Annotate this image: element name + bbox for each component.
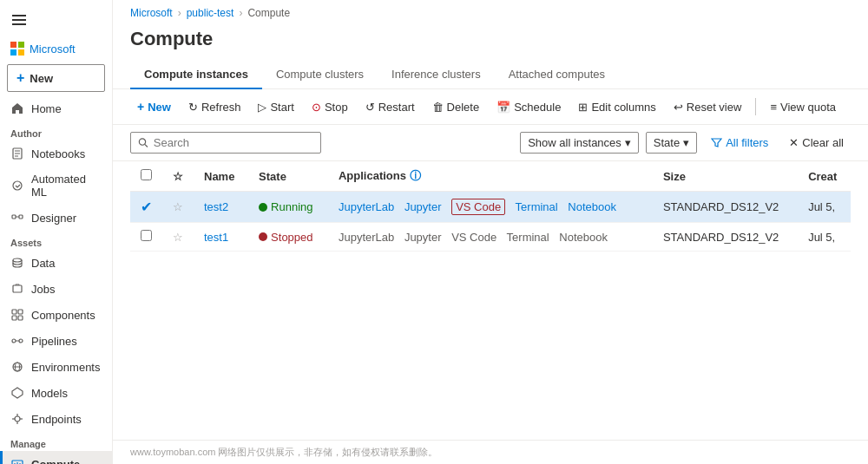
th-star: ☆ [162,161,194,192]
breadcrumb-sep-1: › [178,7,181,19]
start-button[interactable]: ▷ Start [251,97,300,117]
plus-icon: + [137,100,144,114]
sidebar-item-environments[interactable]: Environments [0,354,112,380]
state-label: State [654,136,680,149]
sidebar-item-endpoints[interactable]: Endpoints [0,406,112,432]
row-apps-1: JupyterLab Jupyter VS Code Terminal Note… [328,192,653,223]
page-title: Compute [113,26,868,61]
vscode-link-1[interactable]: VS Code [451,199,505,215]
sidebar-components-label: Components [31,309,95,322]
schedule-button[interactable]: 📅 Schedule [490,97,568,117]
svg-rect-2 [10,49,16,56]
jupyter-text-2: Jupyter [404,231,442,244]
refresh-button[interactable]: ↻ Refresh [181,97,248,117]
sidebar-models-label: Models [31,387,68,400]
jupyterlab-link-1[interactable]: JupyterLab [339,200,394,213]
jupyter-link-1[interactable]: Jupyter [404,200,442,213]
tab-inference-clusters[interactable]: Inference clusters [378,61,495,89]
sidebar-compute-label: Compute [31,458,80,465]
sidebar-automated-ml-label: Automated ML [31,173,102,199]
sidebar-item-jobs[interactable]: Jobs [0,276,112,302]
search-input[interactable] [154,136,313,149]
row-checkbox-2[interactable] [130,223,162,252]
edit-columns-icon: ⊞ [578,101,588,114]
tab-compute-clusters[interactable]: Compute clusters [262,61,378,89]
breadcrumb-microsoft[interactable]: Microsoft [130,7,173,19]
info-icon[interactable]: ⓘ [410,169,421,182]
running-dot [259,203,267,212]
restart-button[interactable]: ↺ Restart [358,97,422,117]
th-created: Creat [798,161,851,192]
all-filters-button[interactable]: All filters [704,133,775,153]
main-content: Microsoft › public-test › Compute Comput… [113,0,868,464]
view-quota-label: View quota [780,101,836,114]
sidebar-new-button[interactable]: + New [7,64,105,92]
th-size: Size [653,161,798,192]
delete-button[interactable]: 🗑 Delete [425,97,487,117]
all-filters-label: All filters [726,136,768,149]
row-star-1[interactable]: ☆ [162,192,194,223]
sidebar-item-data[interactable]: Data [0,250,112,276]
row-name-link-2[interactable]: test1 [204,231,228,244]
stopped-dot [259,232,267,241]
reset-view-button[interactable]: ↩ Reset view [667,97,749,117]
breadcrumb-current: Compute [247,7,290,19]
svg-rect-1 [18,42,24,48]
delete-label: Delete [447,101,480,114]
hamburger-icon[interactable] [0,3,112,36]
notebook-link-1[interactable]: Notebook [568,200,616,213]
jobs-icon [10,282,24,296]
row-name-2: test1 [194,223,248,252]
row-star-2[interactable]: ☆ [162,223,194,252]
tab-attached-computes[interactable]: Attached computes [495,61,619,89]
row-check-2[interactable] [141,230,152,241]
edit-columns-button[interactable]: ⊞ Edit columns [571,97,662,117]
sidebar-item-compute[interactable]: Compute [0,451,112,464]
stop-icon: ⊙ [312,101,321,114]
sidebar-notebooks-label: Notebooks [31,147,85,160]
sidebar-item-components[interactable]: Components [0,302,112,328]
row-name-link-1[interactable]: test2 [204,200,228,213]
sidebar-data-label: Data [31,257,55,270]
sidebar-microsoft[interactable]: Microsoft [0,36,112,61]
sidebar-item-pipelines[interactable]: Pipelines [0,328,112,354]
reset-view-icon: ↩ [674,101,683,114]
sidebar-item-automated-ml[interactable]: Automated ML [0,167,112,205]
show-instances-dropdown[interactable]: Show all instances ▾ [520,132,639,154]
search-box[interactable] [130,132,321,154]
assets-section-label: Assets [0,231,112,250]
author-section-label: Author [0,121,112,141]
sidebar-endpoints-label: Endpoints [31,413,82,426]
new-button[interactable]: + New [130,96,178,117]
terminal-link-1[interactable]: Terminal [516,200,558,213]
view-quota-button[interactable]: ≡ View quota [763,97,843,117]
svg-rect-10 [19,215,23,219]
state-dropdown[interactable]: State ▾ [646,132,697,154]
sidebar-item-home[interactable]: Home [0,95,112,121]
sidebar-item-designer[interactable]: Designer [0,205,112,231]
refresh-icon: ↻ [188,101,198,114]
compute-table: ☆ Name State Applications ⓘ Size Creat ✔ [130,161,851,252]
quota-icon: ≡ [770,101,777,114]
svg-point-8 [13,181,22,190]
sidebar-new-label: New [30,72,53,85]
svg-marker-24 [12,388,23,398]
sidebar-item-models[interactable]: Models [0,380,112,406]
row-size-2: STANDARD_DS12_V2 [653,223,798,252]
breadcrumb-public-test[interactable]: public-test [187,7,234,19]
data-icon [10,256,24,270]
select-all-checkbox[interactable] [141,169,152,180]
tab-compute-instances[interactable]: Compute instances [130,61,262,89]
row-apps-2: JupyterLab Jupyter VS Code Terminal Note… [328,223,653,252]
th-applications: Applications ⓘ [328,161,653,192]
row-checkbox-1[interactable]: ✔ [130,192,162,223]
clear-all-button[interactable]: ✕ Clear all [782,133,851,153]
sidebar-item-notebooks[interactable]: Notebooks [0,141,112,167]
models-icon [10,386,24,400]
manage-section-label: Manage [0,432,112,451]
show-instances-label: Show all instances [528,136,621,149]
edit-columns-label: Edit columns [591,101,655,114]
stop-button[interactable]: ⊙ Stop [305,97,355,117]
sidebar-jobs-label: Jobs [31,283,55,296]
terminal-text-2: Terminal [507,231,549,244]
